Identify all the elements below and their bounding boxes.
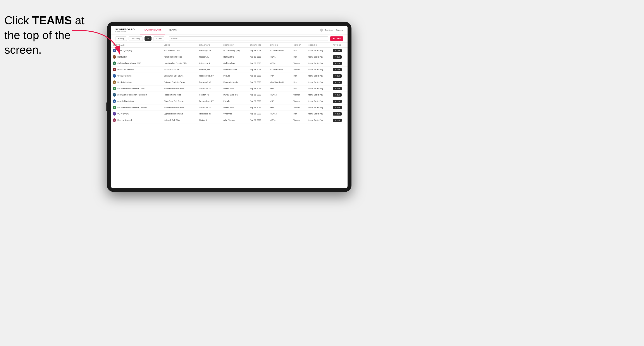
all-button[interactable]: All xyxy=(144,36,152,41)
gear-icon[interactable] xyxy=(320,28,323,32)
cell-gender-5: Men xyxy=(292,79,307,85)
tablet-screen: SCOREBOARD Powered by clippit TOURNAMENT… xyxy=(111,26,348,188)
team-logo-5: M xyxy=(113,80,116,84)
cell-gender-1: Men xyxy=(292,54,307,60)
cell-city-state-0: Newburgh, NY xyxy=(197,47,222,54)
cell-start-date-7: Aug 28, 2023 xyxy=(248,92,268,98)
cell-hosted-by-7: Murray State (OK) xyxy=(222,92,248,98)
edit-icon-7: ✎ xyxy=(335,94,336,96)
cell-actions-5: ✎ Edit xyxy=(331,79,348,85)
edit-button-9[interactable]: ✎ Edit xyxy=(333,106,342,109)
edit-button-7[interactable]: ✎ Edit xyxy=(333,93,342,97)
cell-event-name-3: M Maverick Invitational xyxy=(111,66,162,73)
cell-scoring-8: team, Stroke Play xyxy=(307,98,331,104)
cell-actions-7: ✎ Edit xyxy=(331,92,348,98)
cell-gender-0: Men xyxy=(292,47,307,54)
edit-button-3[interactable]: ✎ Edit xyxy=(333,68,342,71)
cell-actions-0: ✎ Edit xyxy=(331,47,348,54)
event-name-text-11: Klash at Kokopelli xyxy=(118,119,132,121)
event-name-text-3: Maverick Invitational xyxy=(118,68,134,71)
team-logo-7: H xyxy=(113,93,116,97)
cell-city-state-8: Prestonsburg, KY xyxy=(197,98,222,104)
nav-tab-teams[interactable]: TEAMS xyxy=(165,26,180,34)
side-handle xyxy=(106,102,108,111)
filter-button[interactable]: ≡ Filter xyxy=(153,36,164,41)
cell-scoring-7: team, Stroke Play xyxy=(307,92,331,98)
event-name-text-5: Morris Invitational xyxy=(118,81,132,83)
table-row: M Morris Invitational Ruttger's Bay Lake… xyxy=(111,79,348,85)
cell-hosted-by-6: William Penn xyxy=(222,85,248,92)
cell-scoring-5: team, Stroke Play xyxy=(307,79,331,85)
cell-start-date-5: Aug 28, 2023 xyxy=(248,79,268,85)
event-name-text-8: upike fall invitational xyxy=(118,100,134,102)
table-header-row: EVENT NAME VENUE CITY, STATE HOSTED BY S… xyxy=(111,43,348,47)
cell-hosted-by-2: Carl Sandburg xyxy=(222,60,248,66)
edit-button-1[interactable]: ✎ Edit xyxy=(333,55,342,59)
toolbar: Hosting Competing All ≡ Filter + Create xyxy=(111,34,348,43)
nav-tab-tournaments[interactable]: TOURNAMENTS xyxy=(140,26,165,34)
team-logo-3: M xyxy=(113,68,116,71)
cell-scoring-11: team, Stroke Play xyxy=(307,117,331,123)
edit-icon-10: ✎ xyxy=(335,113,336,115)
edit-button-4[interactable]: ✎ Edit xyxy=(333,74,342,78)
cell-start-date-10: Aug 28, 2023 xyxy=(248,111,268,117)
cell-actions-1: ✎ Edit xyxy=(331,54,348,60)
edit-icon-2: ✎ xyxy=(335,62,336,64)
cell-venue-8: StoneCrest Golf Course xyxy=(162,98,197,104)
edit-button-5[interactable]: ✎ Edit xyxy=(333,81,342,84)
cell-hosted-by-9: William Penn xyxy=(222,104,248,111)
cell-division-8: NAIA xyxy=(268,98,292,104)
table-row: U upike fall invitational StoneCrest Gol… xyxy=(111,98,348,104)
edit-button-0[interactable]: ✎ Edit xyxy=(333,49,342,52)
cell-city-state-4: Prestonsburg, KY xyxy=(197,73,222,79)
edit-button-2[interactable]: ✎ Edit xyxy=(333,62,342,65)
cell-city-state-1: Freeport, IL xyxy=(197,54,222,60)
cell-event-name-4: U UPIKE Fall Invite xyxy=(111,73,162,79)
cell-gender-11: Women xyxy=(292,117,307,123)
edit-icon-4: ✎ xyxy=(335,75,336,77)
table-row: H 2023 Women's Hesston Fall Kickoff Hess… xyxy=(111,92,348,98)
search-input[interactable] xyxy=(169,36,328,41)
edit-button-6[interactable]: ✎ Edit xyxy=(333,87,342,90)
cell-hosted-by-0: Mt. Saint Mary (NY) xyxy=(222,47,248,54)
cell-event-name-8: U upike fall invitational xyxy=(111,98,162,104)
table-row: H Highland 36 Park Hills Golf Course Fre… xyxy=(111,54,348,60)
cell-scoring-1: team, Stroke Play xyxy=(307,54,331,60)
cell-scoring-6: team, Stroke Play xyxy=(307,85,331,92)
edit-button-10[interactable]: ✎ Edit xyxy=(333,112,342,116)
event-name-text-10: VU PREVIEW xyxy=(118,113,129,115)
cell-hosted-by-4: Pikeville xyxy=(222,73,248,79)
event-name-text-7: 2023 Women's Hesston Fall Kickoff xyxy=(118,94,147,96)
cell-gender-6: Men xyxy=(292,85,307,92)
cell-venue-4: StoneCrest Golf Course xyxy=(162,73,197,79)
cell-scoring-10: team, Stroke Play xyxy=(307,111,331,117)
table-row: V VU PREVIEW Cypress Hills Golf Club Vin… xyxy=(111,111,348,117)
cell-actions-8: ✎ Edit xyxy=(331,98,348,104)
cell-city-state-10: Vincennes, IN xyxy=(197,111,222,117)
create-button[interactable]: + Create xyxy=(330,36,343,41)
cell-start-date-4: Aug 28, 2023 xyxy=(248,73,268,79)
sign-out-link[interactable]: Sign out xyxy=(336,29,343,31)
team-logo-9: W xyxy=(113,106,116,109)
cell-scoring-4: team, Stroke Play xyxy=(307,73,331,79)
edit-button-8[interactable]: ✎ Edit xyxy=(333,100,342,103)
cell-city-state-5: Deerwood, MN xyxy=(197,79,222,85)
cell-division-2: NICAA I xyxy=(268,60,292,66)
cell-city-state-6: Oskaloosa, IA xyxy=(197,85,222,92)
cell-venue-3: Faribault Golf Club xyxy=(162,66,197,73)
cell-start-date-6: Aug 28, 2023 xyxy=(248,85,268,92)
cell-start-date-1: Aug 25, 2023 xyxy=(248,54,268,60)
cell-division-7: NICAA II xyxy=(268,92,292,98)
edit-button-11[interactable]: ✎ Edit xyxy=(333,119,342,122)
cell-event-name-11: K Klash at Kokopelli xyxy=(111,117,162,123)
cell-hosted-by-11: John A Logan xyxy=(222,117,248,123)
cell-gender-8: Women xyxy=(292,98,307,104)
tablet-frame: SCOREBOARD Powered by clippit TOURNAMENT… xyxy=(107,22,352,192)
cell-start-date-0: Aug 24, 2023 xyxy=(248,47,268,54)
cell-venue-0: The Powelton Club xyxy=(162,47,197,54)
event-name-text-6: Fall Statesmen Invitational - Men xyxy=(118,87,144,90)
cell-division-4: NAIA xyxy=(268,73,292,79)
cell-scoring-0: team, Stroke Play xyxy=(307,47,331,54)
cell-actions-3: ✎ Edit xyxy=(331,66,348,73)
table-row: W Fall Statesmen Invitational - Women Ed… xyxy=(111,104,348,111)
